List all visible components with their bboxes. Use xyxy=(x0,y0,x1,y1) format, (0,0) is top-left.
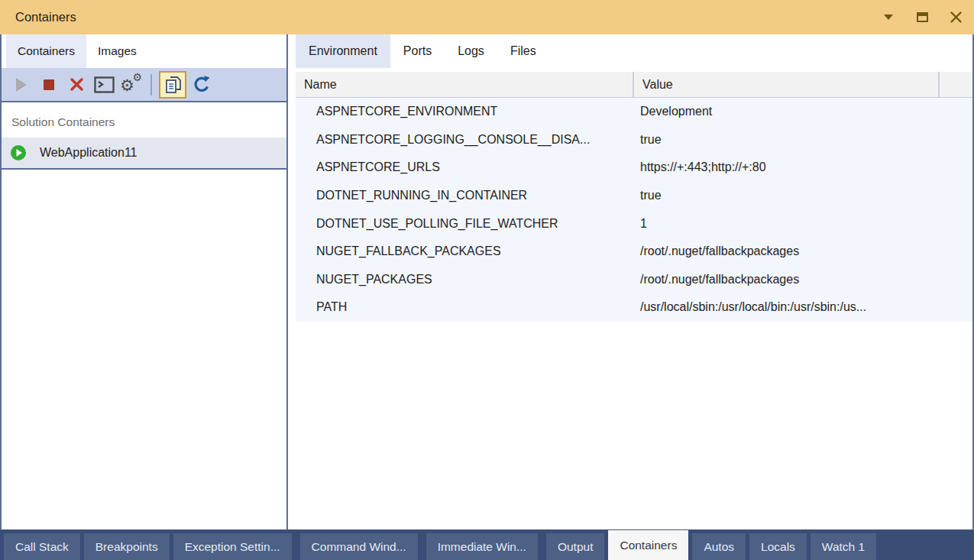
env-name: DOTNET_USE_POLLING_FILE_WATCHER xyxy=(296,217,634,231)
tree-group-label: Solution Containers xyxy=(11,115,286,129)
env-value: /usr/local/sbin:/usr/local/bin:/usr/sbin… xyxy=(634,300,972,314)
env-name: PATH xyxy=(296,300,634,314)
tab-images-label: Images xyxy=(98,44,137,58)
open-terminal-button[interactable] xyxy=(92,73,116,97)
tree-item-label: WebApplication11 xyxy=(40,146,138,160)
container-running-icon xyxy=(10,144,27,161)
env-name: NUGET_PACKAGES xyxy=(296,273,634,286)
env-value: /root/.nuget/fallbackpackages xyxy=(634,273,972,286)
tab-containers-label: Containers xyxy=(18,44,75,58)
bottom-tab-breakpoints[interactable]: Breakpoints xyxy=(84,533,170,560)
bottom-tab-label: Immediate Win... xyxy=(438,540,526,554)
titlebar-buttons xyxy=(881,10,963,25)
env-value: true xyxy=(634,133,972,147)
bottom-tab-output[interactable]: Output xyxy=(546,533,605,560)
table-row[interactable]: DOTNET_RUNNING_IN_CONTAINER true xyxy=(296,182,972,210)
tree-item-wrap: WebApplication11 xyxy=(2,138,286,170)
gears-icon: ⚙⚙ xyxy=(120,73,143,96)
close-icon[interactable] xyxy=(948,10,963,25)
env-name: ASPNETCORE_ENVIRONMENT xyxy=(296,105,634,118)
table-row[interactable]: ASPNETCORE_LOGGING__CONSOLE__DISA... tru… xyxy=(296,126,972,154)
bottom-tab-autos[interactable]: Autos xyxy=(692,533,746,560)
env-value: 1 xyxy=(634,217,972,231)
tab-logs[interactable]: Logs xyxy=(445,34,497,68)
remove-x-icon xyxy=(70,77,84,92)
table-row[interactable]: ASPNETCORE_ENVIRONMENT Development xyxy=(296,98,972,126)
bottom-tab-label: Output xyxy=(558,540,594,554)
bottom-tab-containers[interactable]: Containers xyxy=(608,530,688,560)
float-window-icon[interactable] xyxy=(914,10,930,25)
stop-container-button[interactable] xyxy=(37,73,61,97)
env-value: /root/.nuget/fallbackpackages xyxy=(634,244,972,258)
bottom-tab-label: Locals xyxy=(761,540,795,554)
env-value: true xyxy=(634,189,972,202)
grid-header: Name Value xyxy=(296,72,972,98)
refresh-button[interactable] xyxy=(189,73,214,97)
bottom-tab-label: Command Wind... xyxy=(312,540,406,554)
env-name: NUGET_FALLBACK_PACKAGES xyxy=(296,244,634,258)
bottom-tab-immediate-window[interactable]: Immediate Win... xyxy=(426,533,538,560)
titlebar: Containers xyxy=(0,0,974,34)
bottom-tool-window-tabs: Call Stack Breakpoints Exception Settin.… xyxy=(0,530,974,560)
bottom-tab-command-window[interactable]: Command Wind... xyxy=(300,533,418,560)
bottom-tab-label: Autos xyxy=(704,540,734,554)
detail-tabs: Environment Ports Logs Files xyxy=(296,34,972,68)
bottom-tab-locals[interactable]: Locals xyxy=(749,533,807,560)
tab-ports[interactable]: Ports xyxy=(390,34,445,68)
containers-toolbar: ⚙⚙ xyxy=(2,68,286,102)
env-name: ASPNETCORE_LOGGING__CONSOLE__DISA... xyxy=(296,133,634,147)
play-icon xyxy=(16,78,27,92)
window-position-caret-icon[interactable] xyxy=(881,10,896,25)
bottom-tab-watch-1[interactable]: Watch 1 xyxy=(811,533,876,560)
column-header-name[interactable]: Name xyxy=(296,72,634,97)
bottom-tab-call-stack[interactable]: Call Stack xyxy=(4,533,80,560)
solution-containers-tree: Solution Containers WebApplication11 xyxy=(2,115,286,170)
terminal-icon xyxy=(94,76,115,93)
env-name: ASPNETCORE_URLS xyxy=(296,160,634,174)
settings-button[interactable]: ⚙⚙ xyxy=(119,73,144,97)
right-panel: Environment Ports Logs Files Name Value xyxy=(288,34,972,529)
tab-containers[interactable]: Containers xyxy=(6,34,86,68)
table-row[interactable]: DOTNET_USE_POLLING_FILE_WATCHER 1 xyxy=(296,209,972,238)
tab-images[interactable]: Images xyxy=(86,34,148,68)
grid-rows: ASPNETCORE_ENVIRONMENT Development ASPNE… xyxy=(296,98,972,322)
tab-files[interactable]: Files xyxy=(497,34,549,68)
refresh-icon xyxy=(192,75,212,95)
column-header-value[interactable]: Value xyxy=(634,72,940,97)
tab-environment-label: Environment xyxy=(309,44,377,58)
window-title: Containers xyxy=(15,10,76,24)
left-panel: Containers Images xyxy=(2,34,286,529)
main-area: Containers Images xyxy=(0,34,974,530)
copy-files-button[interactable] xyxy=(159,71,186,99)
env-value: https://+:443;http://+:80 xyxy=(634,160,972,174)
bottom-tab-label: Exception Settin... xyxy=(185,540,280,554)
toolbar-separator xyxy=(150,74,152,95)
containers-tool-window: Containers Containers Images xyxy=(0,0,974,560)
bottom-tab-label: Watch 1 xyxy=(822,540,865,554)
table-row[interactable]: NUGET_FALLBACK_PACKAGES /root/.nuget/fal… xyxy=(296,238,972,266)
tab-ports-label: Ports xyxy=(403,44,432,58)
left-panel-tabs: Containers Images xyxy=(2,34,286,68)
tab-environment[interactable]: Environment xyxy=(296,34,390,68)
stop-icon xyxy=(44,79,54,90)
tab-logs-label: Logs xyxy=(458,44,484,58)
start-container-button[interactable] xyxy=(9,73,34,97)
bottom-tab-label: Call Stack xyxy=(15,540,69,554)
tree-item-webapplication11[interactable]: WebApplication11 xyxy=(2,138,286,168)
table-row[interactable]: NUGET_PACKAGES /root/.nuget/fallbackpack… xyxy=(296,266,972,294)
env-name: DOTNET_RUNNING_IN_CONTAINER xyxy=(296,189,634,202)
column-header-extra xyxy=(940,72,972,97)
environment-grid: Name Value ASPNETCORE_ENVIRONMENT Develo… xyxy=(296,72,972,322)
bottom-tab-exception-settings[interactable]: Exception Settin... xyxy=(173,533,292,560)
table-row[interactable]: ASPNETCORE_URLS https://+:443;http://+:8… xyxy=(296,154,972,182)
table-row[interactable]: PATH /usr/local/sbin:/usr/local/bin:/usr… xyxy=(296,293,972,322)
tab-files-label: Files xyxy=(510,44,536,58)
env-value: Development xyxy=(634,105,972,118)
remove-container-button[interactable] xyxy=(64,73,89,97)
bottom-tab-label: Breakpoints xyxy=(95,540,158,554)
bottom-tab-label: Containers xyxy=(620,539,677,552)
copy-files-icon xyxy=(163,75,183,95)
